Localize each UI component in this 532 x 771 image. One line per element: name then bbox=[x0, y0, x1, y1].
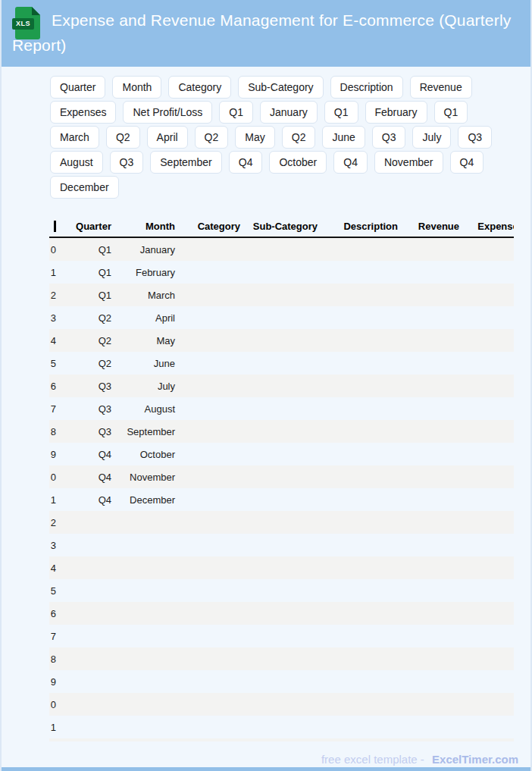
tag-q2[interactable]: Q2 bbox=[106, 126, 140, 149]
tag-q4[interactable]: Q4 bbox=[333, 151, 368, 174]
cell-description bbox=[319, 443, 399, 465]
cell-quarter: Q1 bbox=[58, 237, 113, 261]
cell-expenses bbox=[461, 261, 514, 284]
tag-category[interactable]: Category bbox=[168, 76, 231, 99]
cell-description bbox=[319, 625, 399, 647]
cell-revenue bbox=[399, 716, 461, 738]
cell-sub-category bbox=[242, 556, 319, 579]
cell-category bbox=[177, 375, 242, 397]
tag-quarter[interactable]: Quarter bbox=[50, 76, 105, 99]
row-number: 2 bbox=[49, 738, 58, 741]
row-number: 7 bbox=[49, 625, 58, 647]
tag-november[interactable]: November bbox=[374, 151, 443, 174]
cell-expenses bbox=[461, 329, 514, 352]
cell-description bbox=[319, 602, 399, 625]
cell-category bbox=[177, 284, 242, 306]
tag-description[interactable]: Description bbox=[330, 76, 403, 99]
row-number: 4 bbox=[49, 556, 58, 579]
cell-sub-category bbox=[242, 488, 319, 511]
cell-month: June bbox=[113, 352, 177, 375]
tag-december[interactable]: December bbox=[50, 176, 119, 199]
tag-q4[interactable]: Q4 bbox=[450, 151, 484, 174]
cell-expenses bbox=[461, 716, 514, 738]
cell-category bbox=[177, 352, 242, 375]
cell-description bbox=[319, 693, 399, 716]
tag-september[interactable]: September bbox=[150, 151, 221, 174]
cell-sub-category bbox=[242, 670, 319, 693]
tag-q3[interactable]: Q3 bbox=[458, 126, 492, 149]
cell-month: September bbox=[113, 420, 177, 443]
cell-month: April bbox=[113, 306, 177, 329]
cell-expenses bbox=[461, 647, 514, 670]
tag-q1[interactable]: Q1 bbox=[324, 101, 358, 124]
tag-july[interactable]: July bbox=[412, 126, 451, 149]
cell-quarter: Q2 bbox=[58, 329, 113, 352]
cell-sub-category bbox=[242, 443, 319, 465]
col-revenue: Revenue bbox=[399, 215, 461, 237]
col-description: Description bbox=[319, 215, 399, 237]
tag-sub-category[interactable]: Sub-Category bbox=[238, 76, 323, 99]
cell-revenue bbox=[399, 284, 461, 306]
row-number: 5 bbox=[49, 352, 58, 375]
cell-expenses bbox=[461, 375, 514, 397]
cell-expenses bbox=[461, 352, 514, 375]
tag-october[interactable]: October bbox=[269, 151, 327, 174]
tag-august[interactable]: August bbox=[50, 151, 103, 174]
tag-q1[interactable]: Q1 bbox=[219, 101, 253, 124]
tag-q2[interactable]: Q2 bbox=[282, 126, 316, 149]
tag-q4[interactable]: Q4 bbox=[229, 151, 263, 174]
cell-category bbox=[177, 670, 242, 693]
cell-sub-category bbox=[242, 237, 319, 261]
row-number: 0 bbox=[49, 693, 58, 716]
cell-quarter: Q1 bbox=[58, 284, 113, 306]
cell-description bbox=[319, 306, 399, 329]
table-row: 4 bbox=[49, 556, 514, 579]
table-row: 0 bbox=[49, 693, 514, 716]
tag-q3[interactable]: Q3 bbox=[372, 126, 406, 149]
table-row: 6 bbox=[49, 602, 514, 625]
tag-q3[interactable]: Q3 bbox=[110, 151, 144, 174]
cell-month: December bbox=[113, 488, 177, 511]
row-number: 4 bbox=[49, 329, 58, 352]
tag-expenses[interactable]: Expenses bbox=[50, 101, 116, 124]
cell-category bbox=[177, 534, 242, 556]
table-body: 0Q1January1Q1February2Q1March3Q2April4Q2… bbox=[49, 237, 514, 741]
cell-revenue bbox=[399, 647, 461, 670]
cell-sub-category bbox=[242, 647, 319, 670]
tag-q2[interactable]: Q2 bbox=[195, 126, 229, 149]
cell-month: January bbox=[113, 237, 177, 261]
cell-revenue bbox=[399, 488, 461, 511]
tag-april[interactable]: April bbox=[147, 126, 188, 149]
tag-may[interactable]: May bbox=[235, 126, 274, 149]
cell-description bbox=[319, 352, 399, 375]
footer-brand-link[interactable]: ExcelTimer.com bbox=[432, 753, 518, 766]
tag-january[interactable]: January bbox=[260, 101, 318, 124]
cell-sub-category bbox=[242, 579, 319, 602]
cell-month bbox=[113, 556, 177, 579]
tag-net-profit-loss[interactable]: Net Profit/Loss bbox=[123, 101, 212, 124]
tag-march[interactable]: March bbox=[50, 126, 99, 149]
tag-q1[interactable]: Q1 bbox=[434, 101, 468, 124]
tag-february[interactable]: February bbox=[365, 101, 427, 124]
cell-category bbox=[177, 261, 242, 284]
cell-description bbox=[319, 284, 399, 306]
row-number: 1 bbox=[49, 261, 58, 284]
row-number: 9 bbox=[49, 670, 58, 693]
cell-category bbox=[177, 556, 242, 579]
tag-month[interactable]: Month bbox=[112, 76, 161, 99]
cell-expenses bbox=[461, 738, 514, 741]
table-row: 3 bbox=[49, 534, 514, 556]
table-row: 0Q4November bbox=[49, 465, 514, 488]
cell-category bbox=[177, 647, 242, 670]
tag-june[interactable]: June bbox=[322, 126, 365, 149]
row-number: 3 bbox=[49, 534, 58, 556]
cell-description bbox=[319, 556, 399, 579]
cell-category bbox=[177, 738, 242, 741]
cell-description bbox=[319, 420, 399, 443]
xls-file-icon: XLS bbox=[14, 7, 42, 39]
table-row: 0Q1January bbox=[49, 237, 514, 261]
cell-month bbox=[113, 602, 177, 625]
cell-quarter: Q3 bbox=[58, 397, 113, 420]
tag-revenue[interactable]: Revenue bbox=[410, 76, 472, 99]
table-row: 2 bbox=[49, 511, 514, 534]
